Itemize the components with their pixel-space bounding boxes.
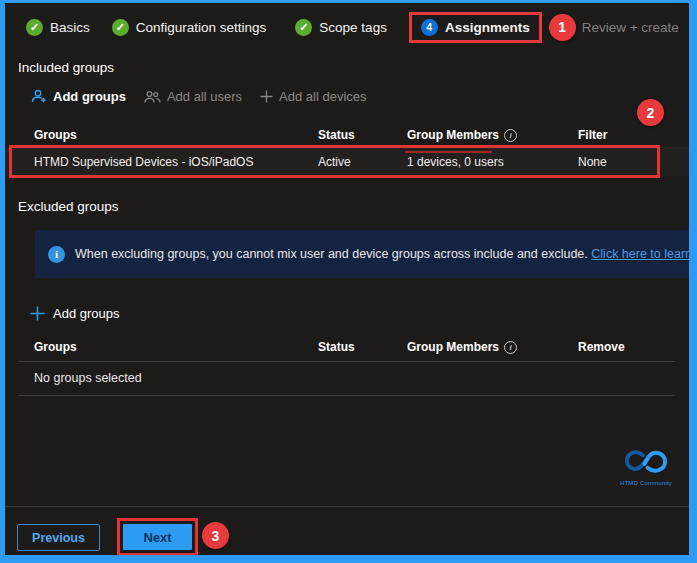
previous-button[interactable]: Previous <box>17 524 100 551</box>
cell-filter[interactable]: None <box>578 155 697 169</box>
table-row[interactable]: HTMD Supervised Devices - iOS/iPadOS Act… <box>0 147 697 176</box>
tab-scope-tags[interactable]: ✓ Scope tags <box>295 19 387 36</box>
exclusion-info-banner: i When excluding groups, you cannot mix … <box>35 230 692 278</box>
tab-review-create-label: Review + create <box>582 20 679 35</box>
col-groups: Groups <box>34 128 318 142</box>
add-all-devices-label: Add all devices <box>279 89 366 104</box>
col-groups: Groups <box>34 340 318 354</box>
col-group-members: Group Membersi <box>407 128 578 142</box>
wizard-step-nav: ✓ Basics ✓ Configuration settings ✓ Scop… <box>26 11 679 43</box>
info-icon: i <box>48 246 65 263</box>
tab-configuration-settings[interactable]: ✓ Configuration settings <box>112 19 267 36</box>
window-border-top <box>0 0 697 3</box>
divider <box>18 395 675 396</box>
add-groups-button[interactable]: Add groups <box>31 89 126 104</box>
logo-caption: HTMD Community <box>616 480 676 486</box>
annotation-badge-3: 3 <box>202 522 229 549</box>
cell-group-members[interactable]: 1 devices, 0 users <box>407 155 578 169</box>
tab-scope-tags-label: Scope tags <box>319 20 387 35</box>
col-status: Status <box>318 128 407 142</box>
tab-assignments-label: Assignments <box>445 20 530 35</box>
next-button[interactable]: Next <box>123 524 192 550</box>
annotation-box-assignments: 4 Assignments <box>409 12 542 43</box>
cell-group-name: HTMD Supervised Devices - iOS/iPadOS <box>34 155 318 169</box>
window-border-left <box>0 0 5 563</box>
check-icon: ✓ <box>295 19 312 36</box>
add-groups-label: Add groups <box>53 89 126 104</box>
add-all-users-button: Add all users <box>144 89 242 104</box>
window-border-right <box>689 0 697 563</box>
divider <box>5 506 692 507</box>
col-status: Status <box>318 340 407 354</box>
excluded-add-groups-button[interactable]: Add groups <box>30 306 120 321</box>
excluded-table-header: Groups Status Group Membersi Remove <box>0 338 697 356</box>
person-add-icon <box>31 89 47 104</box>
plus-icon <box>30 306 45 321</box>
info-icon[interactable]: i <box>504 129 517 142</box>
col-group-members: Group Membersi <box>407 340 578 354</box>
tab-assignments[interactable]: 4 Assignments <box>421 19 530 36</box>
cell-status: Active <box>318 155 407 169</box>
annotation-badge-1: 1 <box>549 14 576 41</box>
annotation-underline-members <box>405 151 492 153</box>
annotation-badge-2: 2 <box>637 99 664 126</box>
col-filter: Filter <box>578 128 697 142</box>
check-icon: ✓ <box>26 19 43 36</box>
excluded-groups-heading: Excluded groups <box>18 199 119 214</box>
included-groups-toolbar: Add groups Add all users Add all devices <box>31 89 367 104</box>
banner-text: When excluding groups, you cannot mix us… <box>75 247 692 261</box>
add-all-devices-button: Add all devices <box>260 89 366 104</box>
tab-configuration-settings-label: Configuration settings <box>136 20 267 35</box>
tab-basics[interactable]: ✓ Basics <box>26 19 90 36</box>
col-remove: Remove <box>578 340 697 354</box>
info-icon[interactable]: i <box>504 341 517 354</box>
tab-basics-label: Basics <box>50 20 90 35</box>
people-icon <box>144 90 161 104</box>
htmd-community-logo: HTMD Community <box>616 448 676 486</box>
divider <box>18 361 675 362</box>
infinity-swirl-icon <box>622 448 670 475</box>
plus-icon <box>260 90 273 103</box>
no-groups-selected-text: No groups selected <box>34 371 142 385</box>
excluded-add-groups-label: Add groups <box>53 306 120 321</box>
included-groups-heading: Included groups <box>18 60 114 75</box>
tab-review-create: Review + create <box>582 20 679 35</box>
included-table-header: Groups Status Group Membersi Filter <box>0 126 697 144</box>
assignments-wizard-window: ✓ Basics ✓ Configuration settings ✓ Scop… <box>0 0 697 563</box>
step-number-icon: 4 <box>421 19 438 36</box>
learn-more-link[interactable]: Click here to learn more about <box>591 247 692 261</box>
add-all-users-label: Add all users <box>167 89 242 104</box>
window-border-bottom <box>0 555 697 563</box>
check-icon: ✓ <box>112 19 129 36</box>
